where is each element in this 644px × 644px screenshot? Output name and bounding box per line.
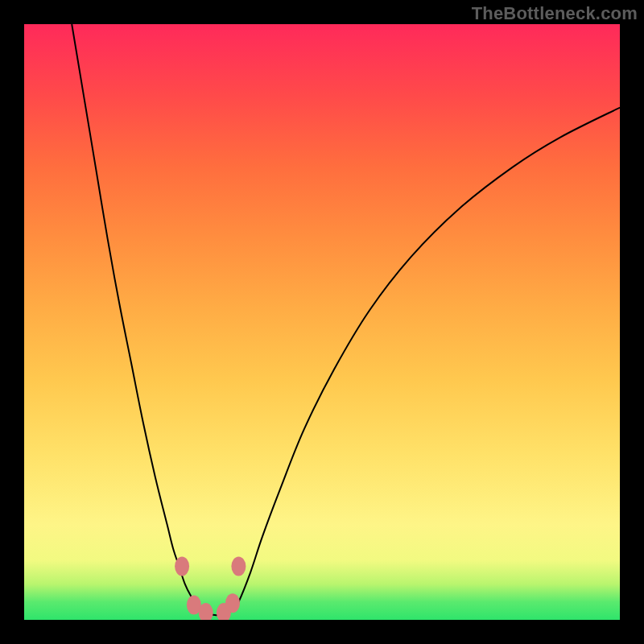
watermark-text: TheBottleneck.com (472, 3, 638, 24)
plot-area (24, 24, 620, 620)
